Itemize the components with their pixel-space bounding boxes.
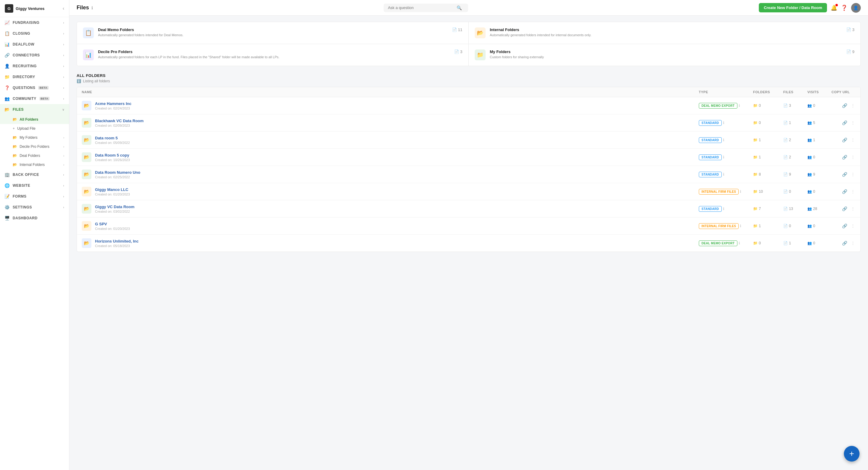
sidebar-item-all-folders[interactable]: 📂 All Folders — [0, 115, 69, 124]
table-row-acme-hammers[interactable]: 📂 Acme Hammers Inc Created on: 02/24/202… — [77, 97, 861, 114]
g-spv-folders-val: 1 — [759, 224, 761, 228]
sidebar-item-directory[interactable]: 📁 DIRECTORY › — [0, 71, 69, 82]
data-room-numero-uno-type-badge: STANDARD — [699, 171, 722, 177]
sidebar-item-my-folders[interactable]: 📂 My Folders › — [0, 133, 69, 142]
acme-hammers-copy-url-button[interactable]: 🔗 — [841, 102, 848, 108]
folder-count-icon: 📁 — [753, 121, 757, 125]
giggy-vc-data-room-copy-url-button[interactable]: 🔗 — [841, 206, 848, 212]
blackhawk-vc-copy-url-button[interactable]: 🔗 — [841, 120, 848, 126]
table-row-data-room-5-copy[interactable]: 📂 Data Room 5 copy Created on: 10/26/202… — [77, 149, 861, 166]
sidebar-item-closing[interactable]: 📋 CLOSING › — [0, 28, 69, 39]
giggy-vc-data-room-folders-count: 📁 7 — [753, 207, 783, 211]
sidebar-item-back-office[interactable]: 🏢 BACK OFFICE › — [0, 169, 69, 180]
data-room-numero-uno-more-button[interactable]: ⋮ — [850, 171, 856, 177]
closing-icon: 📋 — [5, 31, 10, 36]
g-spv-row-icon: 📂 — [82, 221, 91, 231]
folder-card-my-folders[interactable]: 📁 My Folders Custom folders for sharing … — [469, 44, 861, 66]
data-room-5-copy-type-info[interactable]: ℹ — [723, 155, 724, 159]
questions-badge: BETA — [38, 86, 49, 90]
horizons-unlimited-type-info[interactable]: ℹ — [739, 241, 740, 245]
data-room-numero-uno-copy-url-button[interactable]: 🔗 — [841, 171, 848, 177]
files-count-icon: 📄 — [783, 172, 788, 177]
notification-icon[interactable]: 🔔 — [831, 4, 837, 11]
sidebar-item-dashboard[interactable]: 🖥️ DASHBOARD — [0, 213, 69, 223]
folder-card-decile-pro-folders[interactable]: 📊 Decile Pro Folders Automatically gener… — [77, 44, 469, 66]
g-spv-type-info[interactable]: ℹ — [740, 224, 741, 228]
data-room-5-copy-url-button[interactable]: 🔗 — [841, 137, 848, 143]
nav-item-left: 👤 RECRUITING — [5, 64, 37, 68]
blackhawk-vc-files-count: 📄 1 — [783, 121, 807, 125]
fab-button[interactable]: + — [844, 446, 860, 462]
table-row-data-room-5[interactable]: 📂 Data room 5 Created on: 05/09/2022 STA… — [77, 131, 861, 149]
blackhawk-vc-more-button[interactable]: ⋮ — [850, 120, 856, 126]
blackhawk-vc-type-info[interactable]: ℹ — [723, 121, 724, 125]
table-row-horizons-unlimited[interactable]: 📂 Horizons Unlimited, Inc Created on: 05… — [77, 235, 861, 252]
create-folder-button[interactable]: Create New Folder / Data Room — [759, 3, 827, 12]
table-row-blackhawk-vc[interactable]: 📂 Blackhawk VC Data Room Created on: 02/… — [77, 114, 861, 131]
nav-item-left: 📊 DEALFLOW — [5, 42, 34, 47]
data-room-numero-uno-visits-val: 9 — [813, 172, 815, 177]
sidebar-item-decile-pro-folders[interactable]: 📂 Decile Pro Folders › — [0, 142, 69, 151]
data-room-5-copy-visits-val: 0 — [813, 155, 815, 159]
folder-card-deal-memo-folders[interactable]: 📋 Deal Memo Folders Automatically genera… — [77, 22, 469, 44]
g-spv-more-button[interactable]: ⋮ — [850, 223, 856, 229]
horizons-unlimited-copy-url-button[interactable]: 🔗 — [841, 240, 848, 246]
giggy-manco-copy-url-button[interactable]: 🔗 — [841, 189, 848, 195]
g-spv-copy-url-button[interactable]: 🔗 — [841, 223, 848, 229]
sidebar-item-community[interactable]: 👥 COMMUNITY BETA › — [0, 93, 69, 104]
nav-label-forms: FORMS — [13, 194, 27, 198]
data-room-numero-uno-type-info[interactable]: ℹ — [723, 172, 724, 177]
search-bar[interactable]: 🔍 — [384, 4, 468, 12]
data-room-5-copy-copy-url-button[interactable]: 🔗 — [841, 154, 848, 160]
data-room-numero-uno-name-block: Data Room Numero Uno Created on: 02/25/2… — [95, 170, 140, 179]
visits-count-icon: 👥 — [807, 138, 812, 142]
data-room-5-more-button[interactable]: ⋮ — [850, 137, 856, 143]
acme-hammers-more-button[interactable]: ⋮ — [850, 102, 856, 108]
visits-count-icon: 👥 — [807, 189, 812, 194]
sidebar-item-deal-folders[interactable]: 📂 Deal Folders › — [0, 151, 69, 160]
giggy-manco-folders-val: 10 — [759, 189, 763, 194]
acme-hammers-type-cell: DEAL MEMO EXPORT ℹ — [699, 103, 753, 108]
sidebar-item-dealflow[interactable]: 📊 DEALFLOW › — [0, 39, 69, 50]
giggy-vc-data-room-row-icon: 📂 — [82, 204, 91, 214]
sidebar-item-settings[interactable]: ⚙️ SETTINGS › — [0, 202, 69, 213]
row-name-cell: 📂 Blackhawk VC Data Room Created on: 02/… — [82, 118, 699, 128]
sidebar-item-files[interactable]: 📂 FILES ∨ — [0, 104, 69, 115]
horizons-unlimited-more-button[interactable]: ⋮ — [850, 240, 856, 246]
table-row-data-room-numero-uno[interactable]: 📂 Data Room Numero Uno Created on: 02/25… — [77, 166, 861, 183]
sidebar-item-forms[interactable]: 📝 FORMS › — [0, 191, 69, 202]
data-room-5-type-info[interactable]: ℹ — [723, 138, 724, 142]
sidebar-toggle-button[interactable]: ‹ — [63, 6, 64, 11]
sidebar-item-upload-file[interactable]: + Upload File — [0, 124, 69, 133]
giggy-vc-data-room-folders-val: 7 — [759, 207, 761, 211]
giggy-manco-more-button[interactable]: ⋮ — [850, 189, 856, 195]
table-row-giggy-vc-data-room[interactable]: 📂 Giggy VC Data Room Created on: 03/02/2… — [77, 200, 861, 218]
nav-item-left: 👥 COMMUNITY BETA — [5, 96, 50, 101]
sidebar-item-fundraising[interactable]: 📈 FUNDRAISING › — [0, 17, 69, 28]
data-room-5-copy-more-button[interactable]: ⋮ — [850, 154, 856, 160]
giggy-vc-data-room-type-info[interactable]: ℹ — [723, 207, 724, 211]
sidebar-item-website[interactable]: 🌐 WEBSITE › — [0, 180, 69, 191]
giggy-vc-data-room-more-button[interactable]: ⋮ — [850, 206, 856, 212]
main-content: Files ℹ 🔍 Create New Folder / Data Room … — [69, 0, 868, 470]
table-row-giggy-manco[interactable]: 📂 Giggy Manco LLC Created on: 01/20/2023… — [77, 183, 861, 200]
sidebar-item-internal-folders[interactable]: 📂 Internal Folders › — [0, 160, 69, 169]
sidebar-item-recruiting[interactable]: 👤 RECRUITING › — [0, 61, 69, 71]
sidebar-item-connectors[interactable]: 🔗 CONNECTORS › — [0, 50, 69, 61]
folder-card-internal-folders[interactable]: 📂 Internal Folders Automatically generat… — [469, 22, 861, 44]
help-icon[interactable]: ❓ — [841, 4, 847, 11]
company-name: Giggy Ventures — [16, 6, 44, 11]
sidebar-item-questions[interactable]: ❓ QUESTIONS BETA › — [0, 82, 69, 93]
search-input[interactable] — [388, 5, 454, 10]
settings-chevron: › — [63, 206, 64, 209]
folder-count-icon: 📁 — [753, 224, 757, 228]
giggy-vc-data-room-type-badge: STANDARD — [699, 206, 722, 212]
page-info-icon[interactable]: ℹ — [91, 5, 93, 10]
giggy-manco-type-info[interactable]: ℹ — [740, 189, 741, 194]
internal-folders-count-icon: 📄 — [846, 27, 851, 32]
table-row-g-spv[interactable]: 📂 G SPV Created on: 01/20/2023 INTERNAL … — [77, 218, 861, 235]
data-room-numero-uno-name: Data Room Numero Uno — [95, 170, 140, 175]
avatar[interactable]: 👤 — [851, 3, 861, 13]
nav-label-dashboard: DASHBOARD — [13, 216, 38, 220]
acme-hammers-type-info[interactable]: ℹ — [739, 103, 740, 108]
